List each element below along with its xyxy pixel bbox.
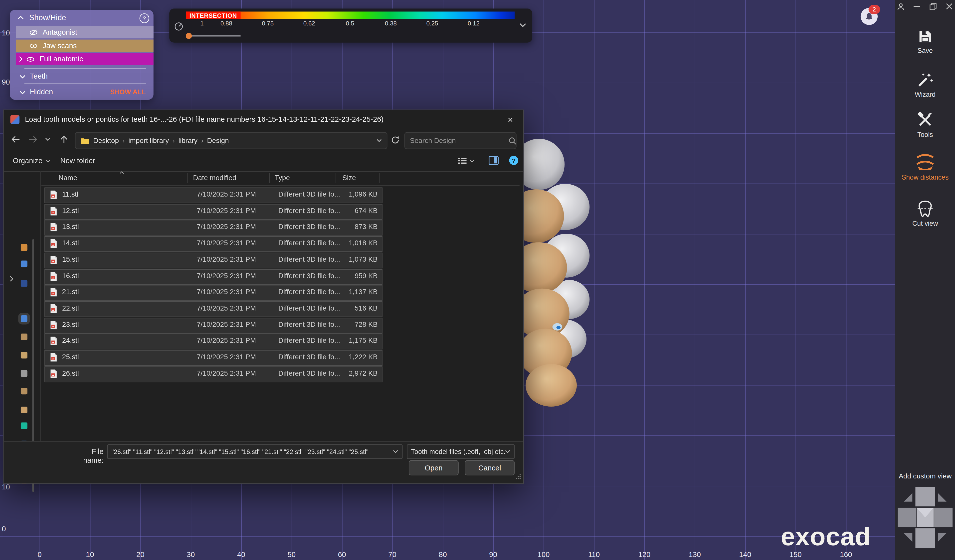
file-name: 25.stl: [62, 353, 79, 360]
intersection-slider[interactable]: [186, 32, 241, 39]
slider-track[interactable]: [186, 36, 241, 37]
chevron-down-icon[interactable]: [505, 450, 510, 454]
file-date: 7/10/2025 2:31 PM: [197, 223, 256, 230]
ruler-label: 0: [2, 524, 17, 533]
file-size: 1,073 KB: [349, 256, 377, 263]
add-custom-view-button[interactable]: Add custom view: [896, 473, 955, 480]
resize-grip[interactable]: [515, 473, 521, 481]
save-button[interactable]: Save: [896, 28, 955, 54]
file-type: Different 3D file fo...: [279, 207, 340, 214]
intersection-label: INTERSECTION: [186, 11, 241, 19]
chevron-down-icon[interactable]: [520, 23, 526, 27]
file-row[interactable]: 22.stl 7/10/2025 2:31 PM Different 3D fi…: [44, 301, 382, 317]
dialog-footer: File name: "26.stl" "11.stl" "12.stl" "1…: [4, 441, 523, 483]
group-teeth[interactable]: Teeth: [19, 70, 147, 81]
file-row[interactable]: 16.stl 7/10/2025 2:31 PM Different 3D fi…: [44, 269, 382, 285]
file-name: 24.stl: [62, 337, 79, 344]
file-name: 11.stl: [62, 190, 78, 198]
user-account-icon[interactable]: [897, 3, 905, 11]
show-all-button[interactable]: SHOW ALL: [110, 88, 146, 95]
file-row[interactable]: 15.stl 7/10/2025 2:31 PM Different 3D fi…: [44, 253, 382, 268]
ruler-label: 140: [733, 550, 758, 559]
ruler-label: 10: [2, 483, 17, 491]
file-row[interactable]: 26.stl 7/10/2025 2:31 PM Different 3D fi…: [44, 367, 382, 382]
file-type: Different 3D file fo...: [279, 304, 340, 312]
file-size: 1,137 KB: [349, 288, 377, 295]
layer-row-jaw-scans[interactable]: Jaw scans: [16, 40, 153, 52]
open-button[interactable]: Open: [409, 460, 459, 476]
wizard-button[interactable]: Wizard: [896, 70, 955, 98]
chevron-up-icon[interactable]: [18, 16, 24, 19]
file-row[interactable]: 14.stl 7/10/2025 2:31 PM Different 3D fi…: [44, 236, 382, 252]
file-name-value[interactable]: "26.stl" "11.stl" "12.stl" "13.stl" "14.…: [108, 448, 393, 455]
file-row[interactable]: 12.stl 7/10/2025 2:31 PM Different 3D fi…: [44, 204, 382, 220]
file-row[interactable]: 24.stl 7/10/2025 2:31 PM Different 3D fi…: [44, 334, 382, 349]
stl-file-icon: [50, 304, 57, 314]
file-row[interactable]: 11.stl 7/10/2025 2:31 PM Different 3D fi…: [44, 187, 382, 203]
group-hidden[interactable]: Hidden SHOW ALL: [19, 87, 147, 97]
window-controls: [896, 1, 955, 12]
stl-file-icon: [50, 190, 57, 200]
toolbar-item-label: Wizard: [896, 91, 955, 98]
file-size: 1,018 KB: [349, 239, 377, 246]
file-row[interactable]: 23.stl 7/10/2025 2:31 PM Different 3D fi…: [44, 318, 382, 333]
show-distances-button[interactable]: Show distances: [896, 152, 955, 181]
chevron-right-icon[interactable]: [19, 56, 23, 62]
file-type-combobox[interactable]: Tooth model files (.eoff, .obj etc.: [407, 444, 515, 459]
slider-thumb[interactable]: [186, 33, 192, 39]
layer-row-antagonist[interactable]: Antagonist: [16, 26, 153, 38]
chevron-down-icon[interactable]: [19, 72, 25, 80]
intersection-tick-label: -1: [198, 20, 204, 27]
tools-icon: [896, 111, 955, 129]
toolbar-item-label: Show distances: [896, 173, 955, 181]
ruler-label: 0: [27, 550, 52, 559]
file-date: 7/10/2025 2:31 PM: [197, 207, 256, 214]
file-size: 873 KB: [355, 223, 377, 230]
layer-label: Full anatomic: [40, 55, 83, 63]
stl-file-icon: [50, 272, 57, 282]
file-date: 7/10/2025 2:31 PM: [197, 321, 256, 328]
close-icon[interactable]: [946, 3, 952, 10]
file-date: 7/10/2025 2:31 PM: [197, 304, 256, 312]
file-type: Different 3D file fo...: [279, 272, 340, 279]
file-name: 22.stl: [62, 304, 79, 312]
file-size: 728 KB: [355, 321, 377, 328]
stl-file-icon: [50, 207, 57, 217]
panel-title: Show/Hide: [29, 14, 66, 22]
minimize-icon[interactable]: [914, 6, 920, 8]
file-size: 674 KB: [355, 207, 377, 214]
ruler-label: 100: [531, 550, 556, 559]
eye-off-icon[interactable]: [29, 29, 38, 36]
eye-icon[interactable]: [26, 56, 35, 62]
file-size: 2,972 KB: [349, 370, 377, 377]
layer-row-full-anatomic[interactable]: Full anatomic: [16, 53, 153, 65]
layer-label: Jaw scans: [43, 41, 77, 50]
cut-view-button[interactable]: Cut view: [896, 200, 955, 227]
file-type-value[interactable]: Tooth model files (.eoff, .obj etc.: [407, 448, 505, 455]
chevron-down-icon[interactable]: [393, 450, 398, 454]
eye-icon[interactable]: [29, 42, 38, 49]
file-date: 7/10/2025 2:31 PM: [197, 239, 256, 246]
intersection-tick-label: -0.75: [260, 20, 274, 27]
file-date: 7/10/2025 2:31 PM: [197, 190, 256, 198]
file-name-combobox[interactable]: "26.stl" "11.stl" "12.stl" "13.stl" "14.…: [107, 444, 402, 459]
file-open-dialog: Load tooth models or pontics for teeth 1…: [3, 109, 524, 484]
ruler-label: 150: [783, 550, 808, 559]
stl-file-icon: [50, 353, 57, 363]
file-row[interactable]: 21.stl 7/10/2025 2:31 PM Different 3D fi…: [44, 285, 382, 301]
file-row[interactable]: 25.stl 7/10/2025 2:31 PM Different 3D fi…: [44, 350, 382, 366]
view-navigation-cube[interactable]: [897, 486, 954, 550]
chevron-down-icon[interactable]: [19, 87, 25, 96]
show-distances-icon: [896, 152, 955, 172]
file-size: 1,175 KB: [349, 337, 377, 344]
restore-icon[interactable]: [930, 3, 937, 10]
help-icon[interactable]: ?: [139, 14, 149, 23]
show-hide-header[interactable]: Show/Hide ?: [10, 10, 153, 25]
notifications-button[interactable]: 2: [861, 8, 878, 25]
tools-button[interactable]: Tools: [896, 111, 955, 138]
file-row[interactable]: 13.stl 7/10/2025 2:31 PM Different 3D fi…: [44, 220, 382, 236]
ruler-label: 80: [431, 550, 455, 559]
ruler-label: 110: [582, 550, 606, 559]
file-size: 1,222 KB: [349, 353, 377, 360]
cancel-button[interactable]: Cancel: [465, 460, 515, 476]
